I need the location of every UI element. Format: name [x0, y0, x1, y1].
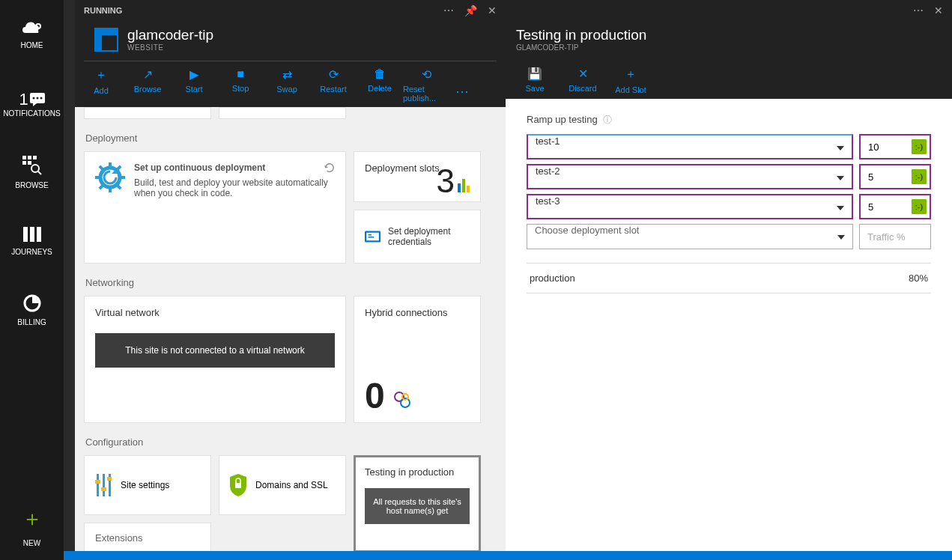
section-configuration: Configuration	[85, 436, 497, 448]
status-ok-icon: :-)	[912, 139, 927, 154]
credentials-icon	[365, 226, 381, 247]
section-networking: Networking	[85, 277, 497, 288]
svg-rect-9	[28, 161, 31, 165]
svg-rect-42	[235, 483, 241, 488]
svg-point-2	[32, 97, 34, 99]
refresh-icon[interactable]	[324, 162, 335, 173]
notification-badge-icon: 1	[19, 90, 44, 109]
svg-rect-18	[109, 187, 112, 192]
tip-tile-title: Testing in production	[365, 466, 470, 478]
discard-icon: ✕	[578, 67, 588, 81]
discard-button[interactable]: ✕Discard	[561, 67, 604, 94]
ellipsis-icon[interactable]: ⋯	[443, 4, 454, 16]
deployment-slots-count: 3	[437, 162, 455, 200]
reset-publish-button[interactable]: ⟲Reset publish...	[403, 67, 449, 103]
extensions-tile[interactable]: Extensions	[84, 523, 211, 553]
svg-rect-41	[107, 477, 112, 481]
nav-home[interactable]: HOME	[0, 0, 64, 69]
start-button[interactable]: ▶Start	[171, 67, 217, 103]
billing-icon	[23, 294, 41, 312]
vnet-title: Virtual network	[95, 307, 335, 318]
continuous-deployment-tile[interactable]: Set up continuous deployment Build, test…	[84, 151, 346, 264]
shield-icon	[230, 474, 246, 496]
trash-icon: 🗑	[374, 67, 386, 81]
hybrid-connections-tile[interactable]: Hybrid connections 0	[354, 296, 481, 423]
nav-browse[interactable]: BROWSE	[0, 138, 64, 207]
delete-button[interactable]: 🗑Delete	[357, 67, 403, 103]
restart-button[interactable]: ⟳Restart	[310, 67, 357, 103]
plus-icon: ＋	[22, 505, 43, 533]
pct-input-2[interactable]: 5:-)	[859, 194, 931, 219]
pct-input-new[interactable]: Traffic %	[859, 224, 931, 249]
add-slot-button[interactable]: ＋Add Slot	[609, 67, 652, 94]
production-label: production	[530, 273, 909, 284]
site-settings-tile[interactable]: Site settings	[84, 455, 211, 515]
slot-select-new[interactable]: Choose deployment slot	[527, 224, 853, 249]
website-subtype: WEBSITE	[127, 43, 213, 52]
help-icon[interactable]: ⓘ	[603, 115, 612, 125]
swap-button[interactable]: ⇄Swap	[264, 67, 310, 103]
slot-select-1[interactable]: test-2	[527, 164, 853, 189]
slots-icon	[458, 179, 470, 192]
tile-stub[interactable]	[84, 107, 211, 119]
close-icon[interactable]: ✕	[488, 4, 497, 16]
website-name: glamcoder-tip	[127, 27, 213, 43]
nav-journeys[interactable]: JOURNEYS	[0, 207, 64, 276]
testing-in-production-tile[interactable]: Testing in production All requests to th…	[354, 455, 481, 553]
tip-tile-desc: All requests to this site's host name(s)…	[365, 488, 470, 524]
svg-rect-8	[22, 161, 26, 165]
status-ok-icon: :-)	[912, 199, 927, 214]
svg-rect-32	[369, 234, 372, 236]
hybrid-icon	[393, 391, 411, 409]
pin-icon[interactable]: 📌	[464, 4, 477, 16]
nav-journeys-label: JOURNEYS	[11, 248, 52, 256]
slot-select-0[interactable]: test-1	[527, 134, 853, 159]
svg-rect-27	[462, 179, 465, 192]
ellipsis-icon[interactable]: ⋯	[913, 4, 924, 16]
blade-status: RUNNING	[84, 6, 443, 15]
tile-stub[interactable]	[219, 107, 346, 119]
domains-label: Domains and SSL	[255, 480, 328, 490]
domains-ssl-tile[interactable]: Domains and SSL	[219, 455, 346, 515]
reset-icon: ⟲	[422, 67, 431, 82]
hybrid-count: 0	[365, 375, 385, 416]
status-ok-icon: :-)	[912, 169, 927, 184]
close-icon[interactable]: ✕	[934, 4, 943, 16]
svg-rect-7	[33, 156, 37, 159]
pct-input-0[interactable]: 10:-)	[859, 134, 931, 159]
external-link-icon: ↗	[143, 67, 153, 82]
more-icon[interactable]: ⋯	[449, 83, 476, 103]
browse-button[interactable]: ↗Browse	[124, 67, 171, 103]
save-icon: 💾	[527, 67, 542, 81]
deployment-slots-tile[interactable]: Deployment slots 3	[354, 151, 481, 202]
blade2-subtitle: GLAMCODER-TIP	[516, 43, 942, 52]
stop-button[interactable]: ■Stop	[217, 67, 264, 103]
svg-rect-31	[369, 237, 375, 238]
grid-search-icon	[22, 156, 42, 175]
ramp-title: Ramp up testing	[527, 114, 598, 125]
vnet-notice: This site is not connected to a virtual …	[95, 333, 335, 368]
virtual-network-tile[interactable]: Virtual network This site is not connect…	[84, 296, 346, 423]
website-logo-icon	[94, 28, 118, 52]
slot-select-2[interactable]: test-3	[527, 194, 853, 219]
stop-icon: ■	[237, 67, 244, 81]
nav-billing[interactable]: BILLING	[0, 276, 64, 344]
svg-rect-6	[28, 156, 31, 159]
plus-icon: ＋	[625, 67, 637, 82]
nav-new[interactable]: ＋ NEW	[0, 491, 64, 560]
sliders-icon	[95, 474, 112, 496]
testing-in-production-blade: ⋯ ✕ Testing in production GLAMCODER-TIP …	[506, 0, 952, 560]
nav-browse-label: BROWSE	[15, 181, 48, 189]
nav-notifications[interactable]: 1 NOTIFICATIONS	[0, 69, 64, 138]
pct-input-1[interactable]: 5:-)	[859, 164, 931, 189]
deployment-credentials-tile[interactable]: Set deployment credentials	[354, 210, 481, 264]
bottom-accent-bar	[64, 551, 952, 560]
play-icon: ▶	[190, 67, 198, 82]
save-button[interactable]: 💾Save	[513, 67, 557, 94]
divider-column	[64, 0, 75, 560]
nav-new-label: NEW	[23, 539, 40, 547]
production-row: production 80%	[527, 263, 931, 293]
add-button[interactable]: ＋Add	[78, 67, 124, 103]
svg-rect-28	[467, 186, 470, 192]
plus-icon: ＋	[95, 67, 107, 83]
